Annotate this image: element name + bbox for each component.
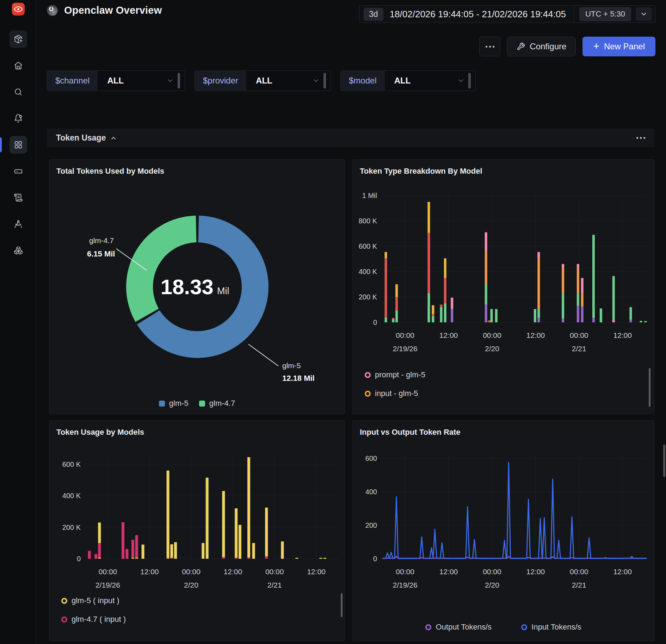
chevron-down-icon [457, 77, 465, 85]
sidebar-item-tracing[interactable] [0, 215, 36, 233]
dropdown-scrollbar[interactable] [468, 73, 471, 88]
app-logo[interactable] [12, 3, 25, 16]
svg-text:12.18 Mil: 12.18 Mil [282, 374, 315, 383]
legend-item[interactable]: glm-4.7 ( input ) [61, 615, 126, 624]
svg-text:glm-4.7: glm-4.7 [89, 236, 114, 244]
toolbar: Configure + New Panel [479, 37, 655, 56]
legend-item[interactable]: glm-4.7 [199, 399, 235, 408]
legend-marker [365, 391, 371, 397]
donut-chart: glm-4.76.15 Milglm-512.18 Mil18.33Mil [49, 176, 345, 384]
legend-item[interactable]: Output Tokens/s [425, 623, 492, 632]
svg-text:glm-5: glm-5 [282, 361, 301, 370]
legend-marker [425, 624, 431, 630]
svg-text:2/21: 2/21 [267, 581, 282, 589]
svg-text:800 K: 800 K [359, 217, 377, 225]
svg-text:12:00: 12:00 [439, 331, 458, 339]
filter-channel-dropdown[interactable]: ALL [98, 71, 185, 91]
panel-title: Input vs Output Token Rate [360, 428, 461, 437]
filter-provider-value: ALL [256, 76, 309, 86]
legend-item[interactable]: Input Tokens/s [521, 623, 581, 632]
donut-legend: glm-5glm-4.7 [49, 399, 345, 408]
svg-text:2/19/26: 2/19/26 [393, 345, 418, 353]
sidebar-item-home[interactable] [0, 57, 36, 74]
sidebar-item-plugins[interactable] [0, 242, 36, 259]
svg-text:400 K: 400 K [359, 268, 377, 275]
configure-button[interactable]: Configure [507, 37, 576, 56]
legend-marker [61, 617, 67, 623]
filter-model: $model ALL [340, 70, 476, 91]
filter-channel: $channel ALL [47, 70, 185, 91]
time-duration-badge: 3d [364, 8, 383, 21]
section-more-icon[interactable] [636, 137, 645, 139]
more-button[interactable] [479, 37, 500, 56]
svg-text:0: 0 [77, 555, 81, 563]
legend-marker [199, 401, 205, 407]
time-range-picker[interactable]: 3d 18/02/2026 19:44:05 - 21/02/2026 19:4… [359, 5, 655, 23]
sidebar-nav [0, 30, 36, 259]
dropdown-scrollbar[interactable] [323, 73, 326, 88]
bell-dot-icon [14, 114, 23, 123]
legend-label: prompt - glm-5 [375, 370, 425, 379]
filter-provider-dropdown[interactable]: ALL [246, 71, 331, 91]
timezone-section: UTC + 5:30 [574, 6, 655, 23]
legend-marker [365, 372, 371, 378]
svg-text:600: 600 [365, 454, 377, 462]
svg-text:12:00: 12:00 [526, 568, 545, 576]
svg-text:400: 400 [365, 488, 377, 496]
panel-title: Token Type Breakdown By Model [360, 167, 482, 176]
bar-chart: 0200 K400 K600 K00:002/19/2612:0000:002/… [49, 436, 345, 595]
svg-text:00:00: 00:00 [99, 568, 117, 576]
configure-label: Configure [530, 42, 566, 51]
sidebar-item-search[interactable] [0, 83, 36, 101]
svg-text:Mil: Mil [217, 286, 229, 296]
sidebar-item-alerts[interactable] [0, 110, 36, 127]
breakdown-legend: prompt - glm-5input - glm-5 [365, 370, 425, 398]
filter-channel-value: ALL [107, 76, 163, 86]
rate-legend: Output Tokens/sInput Tokens/s [353, 623, 654, 632]
svg-text:400 K: 400 K [62, 492, 81, 500]
page-scrollbar[interactable] [663, 445, 665, 477]
legend-item[interactable]: glm-5 ( input ) [61, 596, 126, 605]
legend-scrollbar[interactable] [341, 593, 343, 617]
line-chart: 020040060000:002/19/2612:0000:002/2012:0… [353, 436, 655, 595]
svg-text:00:00: 00:00 [265, 568, 284, 576]
legend-label: glm-5 ( input ) [72, 596, 119, 605]
header: 8 Openclaw Overview [47, 5, 162, 16]
svg-text:12:00: 12:00 [613, 331, 632, 339]
time-range-text: 18/02/2026 19:44:05 - 21/02/2026 19:44:0… [390, 9, 566, 20]
legend-scrollbar[interactable] [649, 368, 650, 407]
svg-text:2/20: 2/20 [485, 345, 499, 353]
time-range-expand-button[interactable] [636, 7, 652, 21]
sidebar-item-dashboards[interactable] [0, 136, 36, 154]
scroll-text-icon [14, 193, 23, 202]
legend-item[interactable]: input - glm-5 [365, 389, 425, 398]
svg-text:2/20: 2/20 [485, 581, 499, 589]
panel-total-tokens: Total Tokens Used by Models glm-4.76.15 … [49, 159, 345, 414]
sidebar-item-add-package[interactable] [0, 30, 36, 48]
legend-item[interactable]: glm-5 [159, 399, 189, 408]
dropdown-scrollbar[interactable] [178, 73, 180, 88]
sidebar-item-datasources[interactable] [0, 162, 36, 180]
filter-model-dropdown[interactable]: ALL [385, 71, 475, 91]
svg-text:12:00: 12:00 [613, 568, 632, 576]
new-panel-button[interactable]: + New Panel [582, 37, 655, 56]
panel-title: Total Tokens Used by Models [56, 167, 164, 176]
svg-text:2/19/26: 2/19/26 [95, 581, 120, 589]
filter-channel-label: $channel [47, 71, 98, 91]
chevron-down-icon [640, 10, 648, 18]
chevron-down-icon [166, 77, 174, 85]
sidebar [0, 0, 36, 644]
time-range-main[interactable]: 3d 18/02/2026 19:44:05 - 21/02/2026 19:4… [359, 6, 574, 23]
svg-text:200 K: 200 K [62, 524, 81, 531]
section-token-usage[interactable]: Token Usage [47, 129, 654, 147]
timezone-pill[interactable]: UTC + 5:30 [579, 7, 631, 21]
svg-text:00:00: 00:00 [483, 568, 501, 576]
search-icon [14, 87, 23, 97]
plus-icon: + [593, 40, 599, 52]
svg-text:00:00: 00:00 [483, 331, 501, 339]
drafting-compass-icon [14, 219, 23, 229]
svg-text:18.33: 18.33 [161, 275, 214, 299]
legend-item[interactable]: prompt - glm-5 [365, 370, 425, 379]
grid-icon [14, 140, 23, 149]
sidebar-item-logs[interactable] [0, 189, 36, 206]
